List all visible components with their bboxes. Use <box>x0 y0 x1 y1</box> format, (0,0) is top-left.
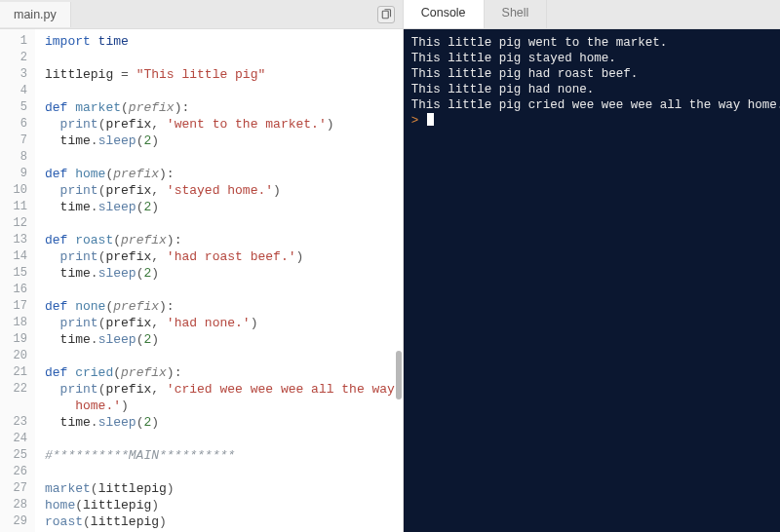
console-line: This little pig stayed home. <box>411 51 780 66</box>
files-icon[interactable] <box>377 6 395 23</box>
code-line[interactable]: #**********MAIN********** <box>45 447 403 464</box>
editor-tab-bar: main.py <box>0 0 403 29</box>
tab-shell[interactable]: Shell <box>485 0 548 28</box>
code-line[interactable]: import time <box>45 33 403 50</box>
code-line[interactable]: print(prefix, 'had roast beef.') <box>45 248 403 265</box>
code-line[interactable] <box>45 431 403 447</box>
code-line[interactable]: time.sleep(2) <box>45 199 403 215</box>
code-line[interactable]: def roast(prefix): <box>45 232 403 248</box>
code-line[interactable] <box>45 348 403 364</box>
code-line[interactable] <box>45 464 403 480</box>
code-line[interactable]: print(prefix, 'cried wee wee wee all the… <box>45 381 403 398</box>
tab-console[interactable]: Console <box>404 0 485 28</box>
console-line: This little pig went to the market. <box>411 35 780 51</box>
console-line: This little pig had none. <box>411 82 780 97</box>
code-line[interactable] <box>45 50 403 66</box>
code-line[interactable] <box>45 282 403 298</box>
code-content[interactable]: import timelittlepig = "This little pig"… <box>35 29 403 532</box>
editor-pane: main.py 12345678910111213141516171819202… <box>0 0 404 532</box>
code-line[interactable]: time.sleep(2) <box>45 414 403 431</box>
code-line[interactable]: littlepig = "This little pig" <box>45 66 403 83</box>
code-line[interactable]: print(prefix, 'stayed home.') <box>45 182 403 199</box>
code-line[interactable]: time.sleep(2) <box>45 133 403 149</box>
code-line[interactable] <box>45 215 403 232</box>
code-line[interactable]: def none(prefix): <box>45 298 403 315</box>
console-line: This little pig had roast beef. <box>411 66 780 82</box>
code-line[interactable]: time.sleep(2) <box>45 265 403 282</box>
right-tab-bar: Console Shell <box>404 0 780 29</box>
code-line[interactable]: def home(prefix): <box>45 166 403 182</box>
code-line[interactable]: def cried(prefix): <box>45 364 403 381</box>
code-line[interactable]: print(prefix, 'went to the market.') <box>45 116 403 133</box>
code-line[interactable]: market(littlepig) <box>45 480 403 497</box>
svg-rect-0 <box>382 11 388 19</box>
code-line[interactable] <box>45 149 403 166</box>
code-editor[interactable]: 1234567891011121314151617181920212223242… <box>0 29 403 532</box>
code-line[interactable]: time.sleep(2) <box>45 331 403 348</box>
code-line[interactable]: roast(littlepig) <box>45 513 403 530</box>
code-line[interactable]: home(littlepig) <box>45 497 403 513</box>
code-line[interactable]: print(prefix, 'had none.') <box>45 315 403 331</box>
code-line[interactable] <box>45 83 403 99</box>
console-output[interactable]: This little pig went to the market.This … <box>404 29 780 532</box>
editor-tab-main[interactable]: main.py <box>0 2 71 27</box>
right-pane: Console Shell This little pig went to th… <box>404 0 780 532</box>
editor-scrollbar-thumb[interactable] <box>396 351 402 399</box>
console-prompt[interactable]: > <box>411 113 780 129</box>
line-gutter: 1234567891011121314151617181920212223242… <box>0 29 35 532</box>
console-cursor <box>427 113 434 126</box>
code-line[interactable]: home.') <box>45 398 403 414</box>
code-line[interactable]: def market(prefix): <box>45 99 403 116</box>
console-line: This little pig cried wee wee wee all th… <box>411 97 780 113</box>
